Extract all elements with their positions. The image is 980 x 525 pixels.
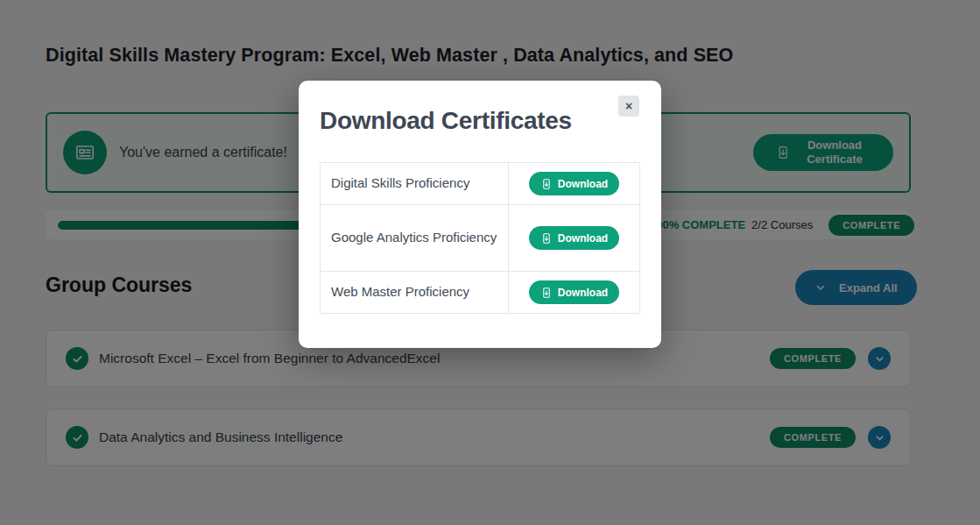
download-icon: [540, 178, 553, 190]
modal-title: Download Certificates: [320, 107, 572, 135]
download-label: Download: [558, 178, 608, 190]
download-button[interactable]: Download: [529, 172, 619, 195]
table-cell: Download: [509, 272, 640, 314]
certificates-table: Digital Skills Proficiency Download Goog…: [320, 162, 640, 314]
close-icon[interactable]: ×: [618, 96, 639, 117]
download-icon: [540, 287, 553, 299]
download-certificates-modal: × Download Certificates Digital Skills P…: [299, 81, 661, 348]
download-icon: [540, 232, 553, 245]
download-label: Download: [558, 287, 608, 299]
table-cell: Download: [509, 163, 640, 205]
certificate-name: Google Analytics Proficiency: [321, 205, 509, 272]
table-cell: Download: [509, 205, 640, 272]
certificate-name: Web Master Proficiency: [321, 272, 509, 314]
download-label: Download: [558, 232, 608, 245]
download-button[interactable]: Download: [529, 280, 619, 304]
certificate-name: Digital Skills Proficiency: [321, 163, 509, 205]
download-button[interactable]: Download: [529, 226, 619, 250]
